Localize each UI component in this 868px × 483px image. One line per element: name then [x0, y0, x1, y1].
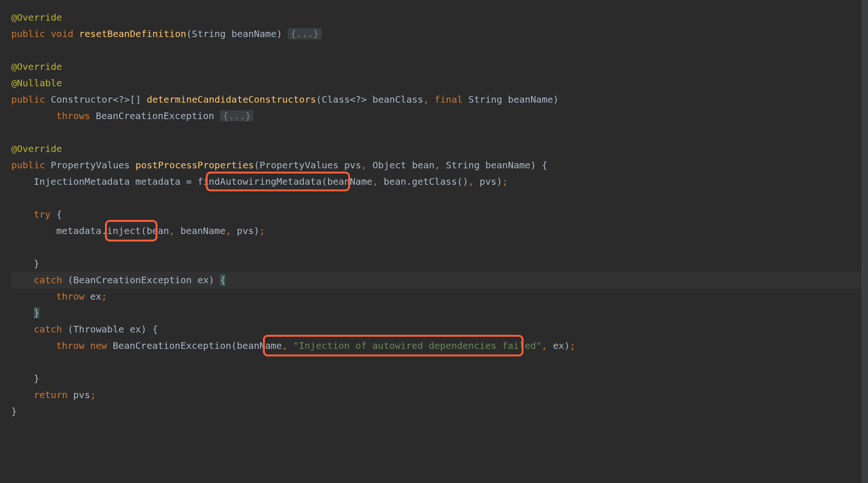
folded-block[interactable]: {...} [288, 28, 322, 39]
annotation-nullable: @Nullable [11, 77, 62, 89]
code-line: @Override [11, 59, 868, 75]
code-line: return pvs; [11, 387, 868, 403]
folded-block[interactable]: {...} [220, 110, 254, 121]
code-line: public Constructor<?>[] determineCandida… [11, 91, 868, 108]
code-line: throw new BeanCreationException(beanName… [11, 338, 868, 370]
code-line: throw ex; [11, 288, 868, 305]
blank-line [11, 124, 868, 141]
code-line: @Override [11, 141, 868, 157]
code-line: try { [11, 206, 868, 223]
code-line: InjectionMetadata metadata = findAutowir… [11, 174, 868, 206]
code-line: metadata.inject(bean, beanName, pvs); [11, 223, 868, 256]
annotation-override: @Override [11, 61, 62, 72]
code-line: public PropertyValues postProcessPropert… [11, 157, 868, 174]
code-line: catch (BeanCreationException ex) { [11, 272, 868, 288]
brace-match: { [220, 274, 225, 286]
code-line: @Nullable [11, 75, 868, 91]
code-line: } [11, 370, 868, 387]
code-line: } [11, 403, 868, 420]
blank-line [11, 42, 868, 59]
code-line: throws BeanCreationException {...} [11, 108, 868, 124]
code-line: } [11, 305, 868, 321]
code-line: public void resetBeanDefinition(String b… [11, 26, 868, 42]
scrollbar[interactable] [861, 0, 868, 483]
code-line: catch (Throwable ex) { [11, 321, 868, 338]
code-editor[interactable]: @Override public void resetBeanDefinitio… [11, 9, 868, 420]
annotation-override: @Override [11, 143, 62, 154]
code-line: } [11, 256, 868, 272]
annotation-override: @Override [11, 12, 62, 23]
brace-match: } [34, 307, 39, 318]
code-line: @Override [11, 9, 868, 26]
